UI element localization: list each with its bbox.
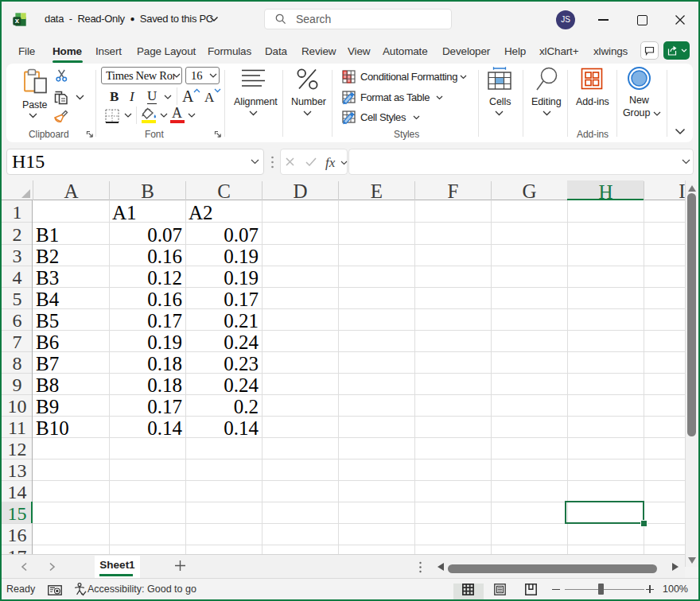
svg-text:x: x (15, 16, 20, 25)
